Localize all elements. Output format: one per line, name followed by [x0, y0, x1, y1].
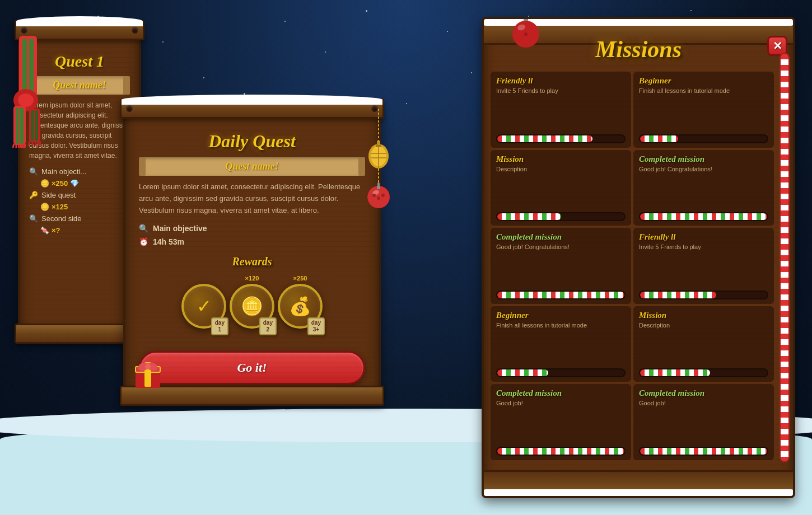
svg-rect-5 [13, 106, 26, 145]
mission-title-7: Beginner [496, 311, 626, 320]
missions-snow-bottom [482, 489, 795, 498]
mission-card-7[interactable]: Beginner Finish all lessons in tutorial … [491, 306, 631, 382]
objective-icon: 🔍 [139, 224, 148, 233]
progress-bar-fill-7 [497, 369, 548, 376]
snow-cap-q1 [16, 16, 143, 26]
day2-tag: day 2 [259, 317, 277, 335]
svg-line-11 [21, 144, 21, 148]
svg-point-4 [18, 93, 34, 107]
svg-point-51 [524, 32, 528, 36]
mission-title-6: Friendly ll [639, 232, 768, 242]
rewards-section: Rewards ✓ day 1 ×120 🪙 day 2 ×250 [139, 255, 365, 340]
mission-card-6[interactable]: Friendly ll Invite 5 Friends to play [633, 228, 774, 304]
svg-rect-36 [377, 182, 380, 187]
mission-desc-2: Finish all lessons in tutorial mode [639, 87, 768, 131]
key-icon: 🔑 [29, 191, 38, 199]
progress-bar-container-3 [496, 212, 626, 221]
daily-quest-title-wrapper: Daily Quest [139, 131, 365, 152]
mission-desc-3: Description [496, 165, 626, 209]
mission-card-9[interactable]: Completed mission Good job! [491, 384, 631, 460]
quest1-second-reward: 🍬 ×? [40, 226, 130, 235]
rewards-row: ✓ day 1 ×120 🪙 day 2 ×250 💰 day 3+ [139, 275, 365, 340]
reward-day2: ×120 🪙 day 2 [230, 275, 274, 340]
svg-point-38 [377, 196, 380, 200]
mission-desc-4: Good job! Congratulations! [639, 165, 768, 209]
mission-card-10[interactable]: Completed mission Good job! [633, 384, 774, 460]
svg-line-17 [29, 141, 30, 146]
progress-bar-fill-2 [640, 135, 678, 142]
progress-bar-container-10 [639, 447, 768, 456]
mission-card-5[interactable]: Completed mission Good job! Congratulati… [491, 228, 631, 304]
progress-bar-container-2 [639, 134, 768, 143]
svg-line-19 [35, 141, 36, 146]
candy-icon: 🍬 [40, 226, 49, 235]
day2-amount: ×120 [245, 275, 259, 282]
reward-circle-day1: ✓ day 1 [181, 284, 226, 329]
svg-line-10 [18, 144, 19, 148]
mission-card-8[interactable]: Mission Description [633, 306, 774, 382]
quest1-description: Lorem ipsum dolor sit amet, consectetur … [29, 100, 130, 161]
progress-bar-fill-4 [640, 213, 767, 220]
svg-rect-15 [31, 110, 34, 141]
mission-desc-7: Finish all lessons in tutorial mode [496, 321, 626, 366]
daily-quest-name-scroll: Quest name! [139, 157, 365, 176]
mission-card-2[interactable]: Beginner Finish all lessons in tutorial … [633, 72, 774, 148]
progress-bar-container-5 [496, 291, 626, 299]
mission-title-3: Mission [496, 154, 626, 164]
mission-desc-1: Invite 5 Friends to play [496, 87, 626, 131]
progress-bar-fill-3 [497, 213, 561, 220]
svg-point-46 [145, 364, 151, 369]
candy-scrollbar[interactable] [780, 53, 790, 462]
day3-tag: day 3+ [307, 317, 325, 335]
day1-tag: day 1 [211, 317, 228, 335]
svg-line-8 [13, 144, 14, 148]
mission-desc-10: Good job! [639, 399, 768, 443]
progress-bar-container-7 [496, 368, 626, 377]
progress-bar-fill-10 [640, 448, 767, 455]
progress-bar-container-9 [496, 447, 626, 456]
mission-title-1: Friendly ll [496, 76, 626, 86]
mission-desc-5: Good job! Congratulations! [496, 243, 626, 287]
progress-bar-container-8 [639, 368, 768, 377]
mission-card-3[interactable]: Mission Description [491, 150, 631, 226]
progress-bar-fill-8 [640, 369, 710, 376]
missions-panel: Missions ✕ Friendly ll Invite 5 Friends … [482, 17, 795, 498]
mission-desc-6: Invite 5 Friends to play [639, 243, 768, 287]
svg-rect-16 [35, 110, 38, 141]
progress-bar-container-4 [639, 212, 768, 221]
daily-main-objective: 🔍 Main objective [139, 224, 365, 233]
mission-card-1[interactable]: Friendly ll Invite 5 Friends to play [491, 72, 631, 148]
missions-ornament [509, 17, 543, 55]
quest1-coin-reward: 🪙 ×250 💎 [40, 179, 130, 188]
quest1-main-objective: 🔍 Main objecti... [29, 167, 130, 176]
timer-icon: ⏰ [139, 237, 148, 246]
progress-bar-fill-6 [640, 292, 716, 298]
missions-grid: Friendly ll Invite 5 Friends to play Beg… [488, 69, 776, 462]
scrollbar-track [780, 53, 790, 462]
quest1-name-text: Quest name! [36, 79, 123, 91]
quest1-side-quest: 🔑 Side quest [29, 191, 130, 199]
reward-day3: ×250 💰 day 3+ [278, 275, 323, 340]
mission-title-9: Completed mission [496, 388, 626, 398]
svg-point-37 [372, 194, 376, 197]
svg-rect-26 [377, 141, 380, 145]
search-icon: 🔍 [29, 167, 38, 176]
svg-rect-6 [16, 107, 19, 144]
reward-circle-day2: 🪙 day 2 [230, 284, 274, 329]
search2-icon: 🔍 [29, 214, 38, 223]
ornament-decorations [345, 109, 390, 221]
svg-rect-7 [20, 107, 24, 144]
snow-cap-dq [122, 95, 382, 105]
scarf-decoration [0, 36, 41, 148]
svg-line-21 [40, 141, 40, 146]
mission-title-5: Completed mission [496, 232, 626, 242]
go-button[interactable]: Go it! [139, 351, 365, 385]
mission-card-4[interactable]: Completed mission Good job! Congratulati… [633, 150, 774, 226]
day3-amount: ×250 [293, 275, 307, 282]
quest1-second-side: 🔍 Second side [29, 214, 130, 223]
missions-bottom-beam [482, 470, 795, 498]
progress-bar-fill-9 [497, 448, 624, 455]
daily-quest-title: Daily Quest [139, 131, 365, 152]
mission-title-2: Beginner [639, 76, 768, 86]
coin2-icon: 🪙 [40, 203, 49, 211]
